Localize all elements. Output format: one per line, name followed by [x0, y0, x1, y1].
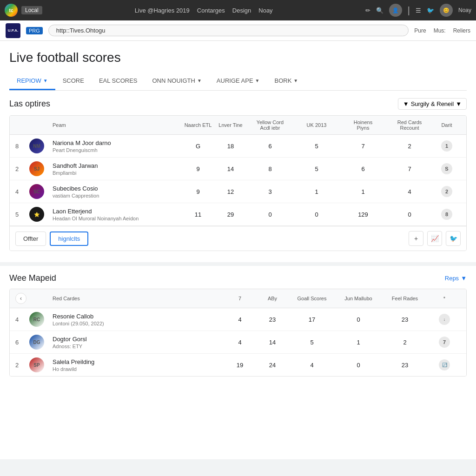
pen-icon[interactable]: ✏: [365, 7, 370, 14]
stat-uk: 5: [293, 143, 340, 150]
menu-icon[interactable]: ☰: [416, 7, 421, 14]
stat-jun: 0: [335, 316, 382, 323]
stat-red: 2: [386, 143, 433, 150]
sort-label: Surgily & Reneil: [411, 100, 454, 107]
stat-darit: 2: [441, 186, 452, 197]
tabs-nav: REPIOW ▼ SCORE EAL SCORES ONN NOUIGTH ▼ …: [9, 73, 467, 91]
team-sub: vastiam Capprestion: [53, 193, 182, 198]
tab-eal-scores[interactable]: EAL SCORES: [92, 73, 145, 90]
action-reliers[interactable]: Reliers: [453, 27, 470, 34]
col2-7: 7: [224, 296, 256, 301]
col-naarch: Naarch ETL: [182, 122, 214, 128]
section1-table: Peam Naarch ETL Lnver Tine Yellow CordAc…: [9, 115, 467, 251]
action-mus[interactable]: Mus:: [434, 27, 446, 34]
stat-goall: 5: [289, 339, 335, 346]
stat-red: 0: [386, 211, 433, 218]
team-logo: RC: [29, 312, 44, 327]
team-info: Salela Preilding Ho drawild: [53, 358, 224, 372]
action-pure[interactable]: Pure: [414, 27, 426, 34]
address-bar: U.P.A. PRG Pure Mus: Reliers: [0, 20, 476, 41]
section2-title: Wee Mapeid: [9, 273, 56, 283]
nav-link-4[interactable]: Noay: [258, 7, 272, 14]
nav-link-3[interactable]: Design: [232, 7, 251, 14]
rank: 4: [15, 316, 29, 323]
team-info: Sandhoft Jarwan Bmpllambi: [53, 162, 182, 176]
reps-link[interactable]: Reps ▼: [445, 275, 467, 282]
offter-button[interactable]: Offter: [15, 231, 46, 246]
stat-darit: ↓: [439, 314, 450, 325]
team-info: Dogtor Gorsl Adnoss: ETY: [53, 336, 224, 349]
team-name: Subecibes Cosio: [53, 185, 182, 192]
stat-lnver: 29: [214, 211, 247, 218]
stat-jun: 1: [335, 339, 382, 346]
section1-title: Las optires: [9, 99, 50, 109]
col-hoinens: HoinensPiyns: [340, 119, 386, 131]
stat-naarch: 9: [182, 188, 214, 195]
col-yellow: Yellow CordAcdl iebr: [247, 119, 293, 131]
stat-yellow: 8: [247, 165, 293, 172]
stat-7: 4: [224, 339, 256, 346]
add-icon-button[interactable]: +: [409, 231, 423, 246]
table-row: 4 RC Resonie Callob Lontoni (29.050, 202…: [10, 308, 466, 331]
stat-darit: 1: [441, 140, 452, 152]
section1-header: Las optires ▼ Surgily & Reneil ▼: [9, 98, 467, 110]
sort-dropdown[interactable]: ▼ Surgily & Reneil ▼: [398, 98, 467, 110]
brand-label: Noay: [458, 7, 471, 13]
tab-aurige-ape[interactable]: AURIGE APE ▼: [209, 73, 267, 90]
highlights-button[interactable]: hignlclts: [50, 231, 88, 246]
chevron-down-icon: ▼: [43, 78, 48, 83]
col-peam: Peam: [53, 122, 182, 128]
table-row: 2 SP Salela Preilding Ho drawild 19 24 4…: [10, 354, 466, 376]
chart-icon-button[interactable]: 📈: [427, 231, 442, 246]
stat-hoinens: 1: [340, 188, 386, 195]
nav-link-2[interactable]: Contarges: [197, 7, 225, 14]
tab-onn-nouigth[interactable]: ONN NOUIGTH ▼: [145, 73, 209, 90]
stat-darit: 7: [439, 337, 450, 348]
address-input[interactable]: [48, 25, 409, 36]
icon-action-buttons: + 📈 🐦: [409, 231, 461, 246]
stat-hoinens: 129: [340, 211, 386, 218]
stat-yellow: 3: [247, 188, 293, 195]
nav-link-1[interactable]: Live @Hagries 2019: [135, 7, 190, 14]
browser-logo: tc: [5, 4, 18, 17]
team-logo: NM: [29, 139, 44, 153]
browser-icons: ✏ 🔍 👤 | ☰ 🐦 😊 Noay: [365, 4, 471, 17]
stat-aby: 14: [256, 339, 289, 346]
stat-lnver: 14: [214, 165, 247, 172]
table-header-row: Peam Naarch ETL Lnver Tine Yellow CordAc…: [10, 116, 466, 135]
chevron-down-icon: ▼: [461, 275, 467, 282]
stat-lnver: 18: [214, 143, 247, 150]
user-avatar[interactable]: 👤: [389, 4, 402, 17]
section-divider: [0, 262, 476, 266]
rank: 8: [15, 143, 29, 150]
tab-bork[interactable]: BORK ▼: [267, 73, 306, 90]
col2-star: *: [428, 296, 461, 301]
stat-uk: 0: [293, 211, 340, 218]
stat-yellow: 6: [247, 143, 293, 150]
chevron-down-icon: ▼: [255, 78, 260, 83]
col-uk: UK 2013: [293, 122, 340, 128]
browser-tag: Local: [21, 6, 42, 14]
stat-feel: 23: [382, 362, 428, 369]
stat-feel: 23: [382, 316, 428, 323]
team-logo: SC: [29, 184, 44, 199]
scroll-left-button[interactable]: ‹: [15, 293, 26, 304]
chevron-down-icon: ▼: [197, 78, 202, 83]
twitter-icon[interactable]: 🐦: [427, 7, 434, 14]
search-icon[interactable]: 🔍: [376, 7, 383, 14]
stat-red: 4: [386, 188, 433, 195]
team-name: Resonie Callob: [53, 313, 224, 320]
section2-header: Wee Mapeid Reps ▼: [9, 273, 467, 283]
profile-avatar[interactable]: 😊: [440, 4, 453, 17]
col2-jun: Jun Mallubo: [335, 296, 382, 301]
action-buttons: Offter hignlclts: [15, 231, 88, 246]
share-icon-button[interactable]: 🐦: [446, 231, 461, 246]
tab-repiow[interactable]: REPIOW ▼: [9, 73, 55, 90]
chevron-down-icon: ▼: [293, 78, 298, 83]
team-name: Dogtor Gorsl: [53, 336, 224, 343]
stat-yellow: 0: [247, 211, 293, 218]
stat-naarch: 9: [182, 165, 214, 172]
tab-score[interactable]: SCORE: [55, 73, 92, 90]
stat-aby: 23: [256, 316, 289, 323]
stat-feel: 2: [382, 339, 428, 346]
